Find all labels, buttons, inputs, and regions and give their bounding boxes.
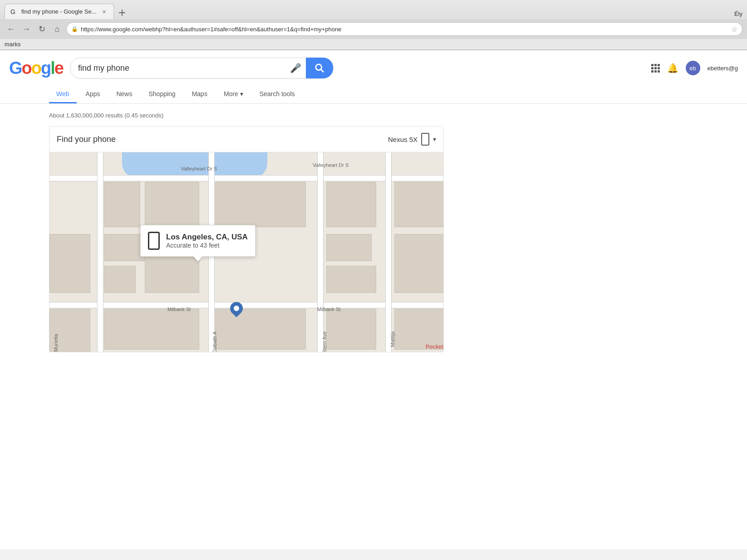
apps-grid-icon[interactable] [651, 64, 660, 73]
milbank-label-1: Milbank St [167, 307, 191, 312]
tab-maps[interactable]: Maps [185, 86, 215, 103]
svg-point-2 [316, 64, 322, 70]
street-v1 [97, 152, 103, 352]
url-text: https://www.google.com/webhp?hl=en&authu… [81, 26, 728, 33]
results-count: About 1,630,000,000 results (0.45 second… [49, 107, 698, 126]
building-4 [326, 182, 376, 227]
address-bar-row: ← → ↻ ⌂ 🔒 https://www.google.com/webhp?h… [0, 19, 747, 39]
milbank-label-2: Milbank St [317, 307, 340, 312]
tab-news[interactable]: News [109, 86, 139, 103]
tab-close-button[interactable]: × [100, 8, 108, 16]
logo-o2: o [31, 58, 41, 78]
logo-g: G [9, 58, 22, 78]
device-name: Nexus 5X [388, 136, 418, 143]
street-milbank [49, 302, 443, 308]
tab-apps[interactable]: Apps [79, 86, 108, 103]
forward-button[interactable]: → [20, 23, 33, 35]
pocket-watermark: Pocket [426, 344, 443, 350]
search-button[interactable] [306, 58, 333, 78]
user-label: ebetters@g [708, 65, 738, 72]
logo-o1: o [22, 58, 31, 78]
search-input[interactable]: find my phone [78, 63, 285, 73]
street-valleyheart-s [49, 175, 443, 181]
logo-g2: g [41, 58, 50, 78]
colbath-label: Colbath A [212, 331, 217, 352]
building-12 [394, 234, 443, 293]
tab-favicon: G [10, 8, 18, 15]
tab-bar: G find my phone - Google Se... × Ély [0, 0, 747, 19]
logo-e: e [54, 58, 63, 78]
back-button[interactable]: ← [5, 23, 17, 35]
avatar[interactable]: eb [686, 61, 700, 75]
bookmarks-bar: marks [0, 39, 747, 50]
location-popup: Los Angeles, CA, USA Accurate to 43 feet [140, 225, 256, 257]
address-bar[interactable]: 🔒 https://www.google.com/webhp?hl=en&aut… [66, 22, 742, 36]
lock-icon: 🔒 [71, 26, 78, 32]
street-v3 [317, 152, 324, 352]
building-3 [215, 182, 306, 227]
stern-label: Stern Ave [322, 331, 327, 352]
building-16 [326, 309, 376, 350]
results-area: About 1,630,000,000 results (0.45 second… [0, 104, 747, 356]
browser-chrome: G find my phone - Google Se... × Ély ← →… [0, 0, 747, 50]
building-2 [145, 182, 199, 227]
active-tab[interactable]: G find my phone - Google Se... × [5, 4, 114, 19]
phone-icon-small [421, 133, 429, 146]
card-title: Find your phone [57, 135, 116, 144]
mic-icon[interactable]: 🎤 [290, 63, 301, 73]
water-feature [122, 152, 267, 177]
tab-web[interactable]: Web [49, 86, 77, 103]
tab-search-tools[interactable]: Search tools [252, 86, 302, 103]
popup-accuracy: Accurate to 43 feet [166, 242, 248, 249]
bookmark-star-icon[interactable]: ☆ [731, 25, 737, 34]
notifications-bell-icon[interactable]: 🔔 [667, 63, 678, 73]
murietta-label: Murietta [53, 334, 59, 352]
tab-more[interactable]: More ▾ [216, 86, 251, 103]
building-1 [104, 182, 140, 227]
chevron-down-icon: ▾ [433, 136, 436, 143]
nav-tabs: Web Apps News Shopping Maps More ▾ Searc… [0, 86, 747, 104]
building-15 [215, 309, 306, 350]
building-8 [104, 266, 136, 293]
user-initial: Ély [734, 10, 742, 19]
valleyheart-label-1: Valleyheart Dr S [181, 166, 217, 171]
google-header: Google find my phone 🎤 🔔 eb [0, 50, 747, 86]
building-11 [326, 266, 376, 293]
reload-button[interactable]: ↻ [35, 23, 48, 35]
street-v4 [385, 152, 392, 352]
valleyheart-label-2: Valleyheart Dr S [313, 162, 349, 168]
popup-tail [193, 256, 202, 262]
new-tab-button[interactable] [116, 6, 128, 19]
phone-icon-popup [148, 232, 160, 250]
svg-rect-1 [119, 12, 125, 13]
building-6 [49, 234, 90, 293]
google-logo: Google [9, 59, 63, 77]
find-phone-card: Find your phone Nexus 5X ▾ [49, 126, 444, 352]
logo-l: l [50, 58, 54, 78]
building-5 [394, 182, 443, 227]
search-bar[interactable]: find my phone 🎤 [70, 58, 334, 78]
avatar-initials: eb [689, 65, 696, 72]
popup-city: Los Angeles, CA, USA [166, 233, 248, 242]
tab-title: find my phone - Google Se... [21, 8, 96, 15]
home-button[interactable]: ⌂ [51, 23, 64, 35]
svg-line-3 [321, 69, 324, 72]
card-header: Find your phone Nexus 5X ▾ [49, 127, 443, 152]
popup-text: Los Angeles, CA, USA Accurate to 43 feet [166, 233, 248, 249]
matilija-label: Matilija [390, 331, 395, 347]
google-page: Google find my phone 🎤 🔔 eb [0, 50, 747, 549]
map-container: Valleyheart Dr S Valleyheart Dr S Milban… [49, 152, 443, 352]
header-right: 🔔 eb ebetters@g [651, 61, 738, 75]
bookmarks-label: marks [5, 41, 20, 48]
device-selector[interactable]: Nexus 5X ▾ [388, 133, 436, 146]
building-14 [104, 309, 199, 350]
tab-shopping[interactable]: Shopping [141, 86, 182, 103]
building-10 [326, 234, 372, 261]
map-background: Valleyheart Dr S Valleyheart Dr S Milban… [49, 152, 443, 352]
